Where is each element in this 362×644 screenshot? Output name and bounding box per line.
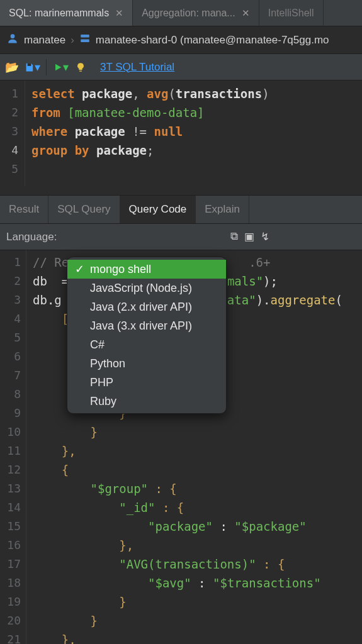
tab-aggregation[interactable]: Aggregation: mana... ✕ [133,0,259,26]
dropdown-item-python[interactable]: Python [67,354,226,373]
tab-label: Aggregation: mana... [142,8,235,19]
querycode-toolbar: ⧉ ▣ ↯ [230,230,269,243]
user-icon [6,32,19,48]
close-icon[interactable]: ✕ [242,8,250,19]
open-icon[interactable]: 📂 [4,59,20,75]
svg-rect-4 [79,70,82,71]
tab-explain[interactable]: Explain [196,196,249,223]
dropdown-item-java3[interactable]: Java (3.x driver API) [67,316,226,335]
line-gutter: 123456789101112131415161718192021 [0,250,26,644]
tab-query-code[interactable]: Query Code [120,196,196,223]
tab-result[interactable]: Result [0,196,48,223]
sql-editor[interactable]: 1 2 3 4 5 select package, avg(transactio… [0,80,362,186]
export-icon[interactable]: ↯ [261,230,269,243]
language-dropdown[interactable]: ✓mongo shell JavaScript (Node.js) Java (… [67,257,227,414]
sql-code[interactable]: select package, avg(transactions) from [… [25,80,276,186]
tutorial-link[interactable]: 3T SQL Tutorial [100,61,174,74]
language-label: Language: [6,231,57,243]
breadcrumb-connection[interactable]: manatee-shard-0 (manatee@manatee-7q5gg.m… [96,34,329,47]
check-icon: ✓ [75,262,85,276]
explain-icon[interactable] [72,59,89,75]
language-select[interactable] [62,229,225,245]
save-icon[interactable]: ▾ [24,59,40,75]
svg-point-0 [11,34,15,38]
editor-tabbar: SQL: marinemammals ✕ Aggregation: mana..… [0,0,362,26]
svg-rect-2 [81,40,89,43]
dropdown-item-java2[interactable]: Java (2.x driver API) [67,297,226,316]
language-row: Language: ⧉ ▣ ↯ [0,224,362,250]
sql-toolbar: 📂 ▾ ▾ 3T SQL Tutorial [0,54,362,80]
close-icon[interactable]: ✕ [115,8,123,19]
dropdown-item-mongoshell[interactable]: ✓mongo shell [67,260,226,279]
breadcrumb-db[interactable]: manatee [24,34,65,47]
dropdown-item-php[interactable]: PHP [67,373,226,392]
toolbar-separator [46,59,47,75]
tab-intellishell[interactable]: IntelliShell [259,0,324,26]
tab-sql[interactable]: SQL: marinemammals ✕ [0,0,133,26]
chevron-right-icon: › [71,34,74,47]
run-icon[interactable]: ▾ [52,59,69,75]
svg-rect-3 [28,63,31,65]
copy-icon[interactable]: ⧉ [230,230,238,243]
tab-label: IntelliShell [268,8,314,19]
svg-rect-1 [81,35,89,38]
dropdown-item-javascript[interactable]: JavaScript (Node.js) [67,279,226,297]
breadcrumb: manatee › manatee-shard-0 (manatee@manat… [0,26,362,54]
results-tabbar: Result SQL Query Query Code Explain [0,195,362,224]
console-icon[interactable]: ▣ [244,230,254,243]
tab-sql-query[interactable]: SQL Query [48,196,120,223]
tab-label: SQL: marinemammals [9,8,109,19]
dropdown-item-csharp[interactable]: C# [67,335,226,354]
dropdown-item-ruby[interactable]: Ruby [67,392,226,411]
line-gutter: 1 2 3 4 5 [0,80,25,186]
server-icon [79,33,91,47]
